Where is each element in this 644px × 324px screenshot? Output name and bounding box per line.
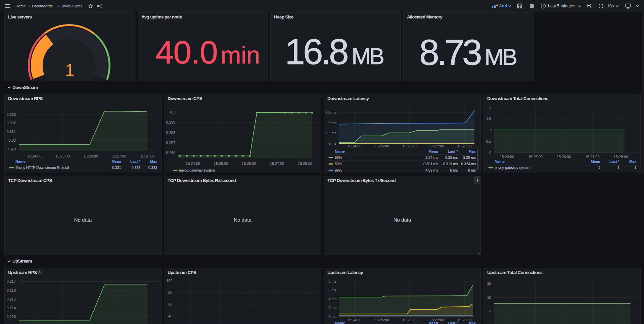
svg-text:0: 0 <box>489 151 491 155</box>
svg-text:6 ms: 6 ms <box>328 288 336 292</box>
svg-text:Envoy HTTP Downstream Rq total: Envoy HTTP Downstream Rq total <box>15 166 69 170</box>
svg-text:15:24:00: 15:24:00 <box>347 144 362 148</box>
svg-text:Max: Max <box>469 321 476 324</box>
svg-text:0 ms: 0 ms <box>328 315 336 319</box>
svg-text:0.296: 0.296 <box>166 151 175 155</box>
svg-text:1.5: 1.5 <box>486 117 491 121</box>
svg-text:0.331: 0.331 <box>6 130 16 134</box>
svg-text:2.5 ms: 2.5 ms <box>325 131 337 135</box>
svg-text:15:28:00: 15:28:00 <box>140 154 154 158</box>
svg-text:Max: Max <box>629 159 637 164</box>
svg-text:Name: Name <box>335 321 345 324</box>
svg-text:5: 5 <box>489 310 491 314</box>
svg-text:10: 10 <box>487 295 491 299</box>
svg-text:1: 1 <box>598 166 600 170</box>
svg-text:0.333: 0.333 <box>6 112 16 117</box>
svg-text:15:26:00: 15:26:00 <box>84 154 98 158</box>
svg-text:Mean: Mean <box>111 159 121 164</box>
svg-text:15:27:00: 15:27:00 <box>112 154 126 158</box>
svg-text:15:25:00: 15:25:00 <box>55 154 70 158</box>
svg-text:Name: Name <box>495 159 505 164</box>
svg-text:Name: Name <box>335 149 345 153</box>
svg-text:Last *: Last * <box>448 321 458 324</box>
svg-text:100: 100 <box>166 279 172 283</box>
svg-text:Last *: Last * <box>448 149 458 153</box>
svg-text:50%: 50% <box>335 162 342 166</box>
svg-text:15:25:00: 15:25:00 <box>528 155 543 159</box>
svg-text:15: 15 <box>487 281 491 285</box>
svg-text:envoy-gateway-system: envoy-gateway-system <box>495 166 531 170</box>
svg-text:0.216: 0.216 <box>6 288 16 292</box>
svg-text:7.5 ms: 7.5 ms <box>325 110 337 114</box>
svg-text:3.29 ms: 3.29 ms <box>445 155 458 159</box>
svg-text:15:24:00: 15:24:00 <box>500 155 514 159</box>
svg-text:15:26:00: 15:26:00 <box>402 318 417 322</box>
svg-text:80: 80 <box>168 290 172 294</box>
svg-text:15:27:00: 15:27:00 <box>430 144 444 148</box>
svg-text:0.297: 0.297 <box>166 141 175 145</box>
svg-text:Name: Name <box>15 159 26 164</box>
svg-text:2: 2 <box>489 105 491 109</box>
svg-text:15:27:00: 15:27:00 <box>585 155 600 159</box>
svg-text:0.299: 0.299 <box>166 120 175 124</box>
svg-text:15:26:00: 15:26:00 <box>242 161 256 166</box>
svg-text:40: 40 <box>168 314 172 318</box>
svg-text:15:25:00: 15:25:00 <box>214 161 228 166</box>
svg-text:2 ms: 2 ms <box>328 306 336 310</box>
svg-text:15:26:00: 15:26:00 <box>557 155 571 159</box>
svg-text:15:25:00: 15:25:00 <box>375 318 389 322</box>
svg-text:3.29 ms: 3.29 ms <box>463 155 476 159</box>
svg-text:0.313 ms: 0.313 ms <box>443 162 458 166</box>
svg-text:15:24:00: 15:24:00 <box>186 161 200 166</box>
svg-text:Max: Max <box>150 159 157 164</box>
svg-text:1: 1 <box>617 166 619 170</box>
svg-text:15:24:00: 15:24:00 <box>347 318 362 322</box>
svg-text:15:28:00: 15:28:00 <box>614 155 628 159</box>
svg-text:8 ms: 8 ms <box>328 279 336 283</box>
svg-text:15:24:00: 15:24:00 <box>27 154 42 158</box>
svg-text:0.33: 0.33 <box>9 138 16 142</box>
svg-text:0.213: 0.213 <box>6 315 16 319</box>
svg-text:envoy-gateway-system: envoy-gateway-system <box>179 168 215 172</box>
svg-text:0.298: 0.298 <box>166 131 175 135</box>
svg-text:15:25:00: 15:25:00 <box>375 144 389 148</box>
svg-text:1: 1 <box>634 166 636 170</box>
svg-text:Last *: Last * <box>130 159 141 164</box>
svg-text:0.215: 0.215 <box>6 297 16 301</box>
svg-text:0.3: 0.3 <box>170 110 175 114</box>
svg-text:4 ms: 4 ms <box>328 297 336 301</box>
svg-text:0.5: 0.5 <box>486 139 491 143</box>
svg-text:99%: 99% <box>335 168 342 172</box>
svg-text:90%: 90% <box>335 155 342 159</box>
svg-text:0.324 ms: 0.324 ms <box>461 162 476 166</box>
svg-text:1: 1 <box>489 128 491 132</box>
svg-text:60: 60 <box>168 302 172 306</box>
svg-text:8 ms: 8 ms <box>468 168 476 172</box>
svg-text:Max: Max <box>469 149 476 153</box>
svg-text:Mean: Mean <box>591 159 600 164</box>
svg-text:0.333: 0.333 <box>131 166 140 170</box>
svg-text:15:26:00: 15:26:00 <box>402 144 417 148</box>
svg-text:0.214: 0.214 <box>6 306 16 310</box>
svg-text:1: 1 <box>65 61 75 80</box>
svg-text:0.331: 0.331 <box>112 166 121 170</box>
svg-text:2.34 ms: 2.34 ms <box>425 155 438 159</box>
svg-text:0.329: 0.329 <box>6 147 16 151</box>
svg-text:0.217: 0.217 <box>6 279 16 283</box>
svg-text:4.89 ms: 4.89 ms <box>425 168 438 172</box>
svg-text:Mean: Mean <box>429 321 438 324</box>
svg-text:8 ms: 8 ms <box>450 168 458 172</box>
svg-text:15:28:00: 15:28:00 <box>457 144 472 148</box>
svg-text:Last *: Last * <box>609 159 620 164</box>
svg-text:0 ms: 0 ms <box>328 141 336 145</box>
svg-text:Mean: Mean <box>429 149 438 153</box>
svg-text:5 ms: 5 ms <box>328 121 336 125</box>
svg-text:15:27:00: 15:27:00 <box>270 161 284 166</box>
svg-text:15:28:00: 15:28:00 <box>298 161 312 166</box>
svg-text:0.301 ms: 0.301 ms <box>423 162 438 166</box>
svg-text:0.333: 0.333 <box>148 166 157 170</box>
svg-text:0.332: 0.332 <box>6 121 16 125</box>
